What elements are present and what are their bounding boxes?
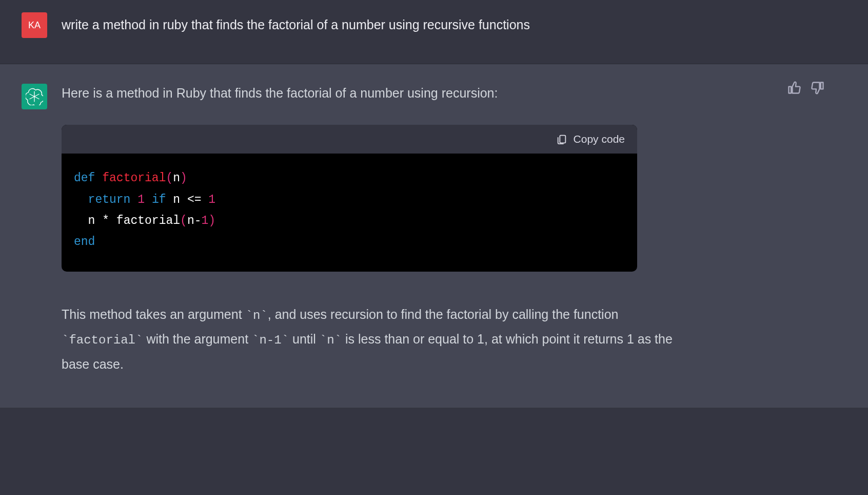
assistant-intro-text: Here is a method in Ruby that finds the … — [62, 84, 687, 102]
footer-gap — [0, 408, 868, 460]
code-block-header: Copy code — [62, 125, 637, 154]
thumbs-up-button[interactable] — [787, 81, 801, 95]
thumbs-down-icon — [811, 81, 825, 95]
thumbs-down-button[interactable] — [811, 81, 825, 95]
copy-code-label: Copy code — [574, 133, 625, 145]
assistant-avatar — [22, 84, 47, 109]
svg-rect-0 — [560, 136, 565, 143]
assistant-message-row: Here is a method in Ruby that finds the … — [0, 64, 868, 408]
user-message-row: KA write a method in ruby that finds the… — [0, 0, 868, 64]
code-body: def factorial(n) return 1 if n <= 1 n * … — [62, 154, 637, 272]
code-block: Copy code def factorial(n) return 1 if n… — [62, 125, 637, 272]
openai-logo-icon — [26, 88, 43, 105]
user-avatar: KA — [22, 12, 47, 38]
assistant-explanation: This method takes an argument `n`, and u… — [62, 302, 687, 377]
feedback-buttons — [787, 81, 825, 95]
assistant-message-content: Here is a method in Ruby that finds the … — [62, 84, 687, 377]
copy-code-button[interactable]: Copy code — [556, 133, 625, 145]
thumbs-up-icon — [787, 81, 801, 95]
user-message-text: write a method in ruby that finds the fa… — [62, 12, 687, 38]
clipboard-icon — [556, 134, 567, 145]
